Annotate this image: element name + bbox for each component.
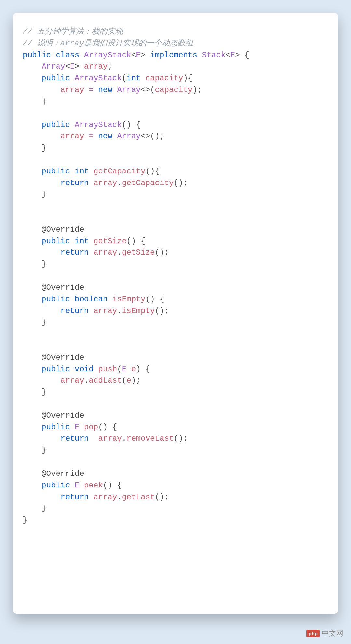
method-call: isEmpty	[122, 307, 155, 315]
php-logo-icon: php	[306, 630, 320, 637]
class-name: ArrayStack	[84, 51, 131, 59]
watermark-text: 中文网	[322, 628, 343, 638]
method: isEmpty	[112, 295, 146, 304]
annotation: @Override	[42, 225, 84, 234]
method: peek	[84, 481, 103, 490]
method-call: getCapacity	[122, 179, 174, 187]
method-call: getSize	[122, 248, 155, 257]
annotation: @Override	[42, 411, 84, 420]
annotation: @Override	[42, 469, 84, 478]
param: e	[131, 365, 136, 373]
type: Array	[42, 62, 65, 71]
kw: public	[23, 51, 51, 59]
comment-line: // 五分钟学算法：栈的实现	[23, 27, 123, 36]
annotation: @Override	[42, 353, 84, 362]
method: pop	[84, 423, 98, 432]
method-call: getLast	[122, 493, 155, 501]
class-name: Stack	[202, 51, 226, 59]
kw: class	[56, 51, 80, 59]
code-card: // 五分钟学算法：栈的实现 // 说明：array是我们设计实现的一个动态数组…	[13, 13, 338, 614]
method: getSize	[94, 237, 127, 246]
annotation: @Override	[42, 283, 84, 292]
method: getCapacity	[94, 167, 146, 176]
method: push	[98, 365, 117, 373]
param: capacity	[145, 74, 183, 82]
method-call: removeLast	[126, 434, 174, 443]
comment-line: // 说明：array是我们设计实现的一个动态数组	[23, 39, 193, 48]
code-block: // 五分钟学算法：栈的实现 // 说明：array是我们设计实现的一个动态数组…	[23, 26, 328, 526]
constructor: ArrayStack	[75, 120, 122, 129]
method-call: addLast	[89, 376, 122, 385]
constructor: ArrayStack	[75, 74, 122, 82]
field: array	[84, 62, 108, 71]
watermark: php 中文网	[306, 628, 344, 638]
